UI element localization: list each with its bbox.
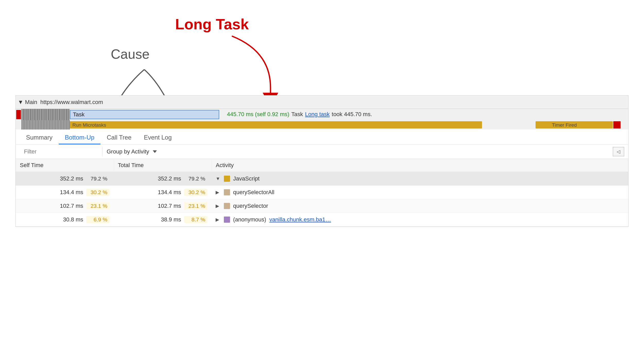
- table-row[interactable]: 134.4 ms30.2 %134.4 ms30.2 % ▶ querySele…: [16, 186, 628, 199]
- cell-activity: ▶ (anonymous) vanilla.chunk.esm.ba1…: [211, 213, 628, 227]
- activity-link[interactable]: vanilla.chunk.esm.ba1…: [269, 216, 331, 223]
- th-activity: Activity: [211, 159, 628, 172]
- task-time: 445.70 ms (self 0.92 ms): [227, 111, 289, 118]
- total-pct-badge: 8.7 %: [184, 216, 207, 223]
- timeline-stripes-2: [21, 120, 70, 130]
- devtools-panel: ▼ Main https://www.walmart.com Task 445.…: [15, 95, 629, 227]
- total-time-value: 38.9 ms: [150, 216, 181, 223]
- total-time-value: 102.7 ms: [150, 203, 181, 209]
- total-time-value: 352.2 ms: [150, 175, 181, 182]
- timer-fired-text: Timer Fired: [552, 122, 577, 128]
- tab-call-tree[interactable]: Call Tree: [100, 131, 138, 144]
- activity-name: querySelectorAll: [233, 189, 274, 196]
- long-task-link[interactable]: Long task: [305, 111, 329, 118]
- activity-name: (anonymous): [233, 216, 266, 223]
- self-pct-badge: 6.9 %: [86, 216, 109, 223]
- timeline-main-bar: ▼ Main https://www.walmart.com: [16, 96, 628, 109]
- cell-total-time: 134.4 ms30.2 %: [114, 186, 211, 199]
- activity-name: JavaScript: [233, 175, 260, 182]
- red-strip: [613, 121, 621, 128]
- activity-swatch: [224, 189, 230, 195]
- task-block[interactable]: Task: [70, 110, 219, 119]
- timeline-url: https://www.walmart.com: [40, 99, 103, 106]
- task-desc: Task: [291, 111, 303, 118]
- task-row: Task 445.70 ms (self 0.92 ms) Task Long …: [16, 109, 628, 120]
- total-pct-badge: 79.2 %: [184, 175, 207, 182]
- activity-swatch: [224, 176, 230, 182]
- timeline-stripes: [21, 109, 70, 120]
- cell-activity: ▶ querySelectorAll: [211, 186, 628, 199]
- table-row[interactable]: 352.2 ms79.2 %352.2 ms79.2 % ▼ JavaScrip…: [16, 172, 628, 186]
- activity-name: querySelector: [233, 203, 268, 209]
- self-time-value: 134.4 ms: [52, 189, 83, 196]
- self-time-value: 352.2 ms: [52, 175, 83, 182]
- filter-input[interactable]: [20, 147, 102, 157]
- yellow-bar-row: Run Microtasks Timer Fired: [16, 120, 628, 130]
- activity-swatch: [224, 217, 230, 223]
- total-pct-badge: 30.2 %: [184, 189, 207, 196]
- cell-total-time: 102.7 ms23.1 %: [114, 199, 211, 213]
- expand-icon[interactable]: ▶: [216, 189, 221, 195]
- self-time-value: 102.7 ms: [52, 203, 83, 209]
- yellow-segment-main: [70, 121, 482, 128]
- cell-self-time: 134.4 ms30.2 %: [16, 186, 114, 199]
- table-row[interactable]: 102.7 ms23.1 %102.7 ms23.1 % ▶ querySele…: [16, 199, 628, 213]
- expand-icon[interactable]: ▶: [216, 203, 221, 209]
- task-took: took 445.70 ms.: [332, 111, 372, 118]
- self-time-value: 30.8 ms: [52, 216, 83, 223]
- expand-icon[interactable]: ▶: [216, 217, 221, 222]
- collapse-button[interactable]: ◁: [613, 147, 624, 156]
- run-minor-text: Run Microtasks: [72, 122, 106, 128]
- table-header: Self Time Total Time Activity: [16, 159, 628, 172]
- data-table: Self Time Total Time Activity 352.2 ms79…: [16, 159, 628, 227]
- table-row[interactable]: 30.8 ms6.9 %38.9 ms8.7 % ▶ (anonymous) v…: [16, 213, 628, 227]
- cell-self-time: 102.7 ms23.1 %: [16, 199, 114, 213]
- tabs-bar: Summary Bottom-Up Call Tree Event Log: [16, 130, 628, 144]
- cell-total-time: 38.9 ms8.7 %: [114, 213, 211, 227]
- th-total-time: Total Time: [114, 159, 211, 172]
- table-body: 352.2 ms79.2 %352.2 ms79.2 % ▼ JavaScrip…: [16, 172, 628, 227]
- left-flag: [16, 110, 21, 119]
- group-by-arrow-icon: [153, 150, 157, 153]
- timeline-main-label: ▼ Main: [18, 99, 37, 106]
- self-pct-badge: 23.1 %: [86, 202, 109, 210]
- activity-swatch: [224, 203, 230, 209]
- tab-summary[interactable]: Summary: [20, 131, 59, 144]
- tab-bottom-up[interactable]: Bottom-Up: [59, 131, 101, 144]
- expand-icon[interactable]: ▼: [216, 176, 221, 182]
- self-pct-badge: 30.2 %: [86, 189, 109, 196]
- cause-annotation: Cause: [111, 46, 149, 62]
- total-pct-badge: 23.1 %: [184, 202, 207, 210]
- total-time-value: 134.4 ms: [150, 189, 181, 196]
- task-info: 445.70 ms (self 0.92 ms) Task Long task …: [227, 111, 372, 118]
- cell-total-time: 352.2 ms79.2 %: [114, 172, 211, 186]
- cell-activity: ▶ querySelector: [211, 199, 628, 213]
- self-pct-badge: 79.2 %: [86, 175, 109, 182]
- toolbar: Group by Activity ◁: [16, 144, 628, 159]
- tab-event-log[interactable]: Event Log: [138, 131, 178, 144]
- th-self-time: Self Time: [16, 159, 114, 172]
- cell-self-time: 352.2 ms79.2 %: [16, 172, 114, 186]
- long-task-annotation: Long Task: [175, 15, 249, 33]
- group-by-select[interactable]: Group by Activity: [103, 147, 161, 157]
- cell-self-time: 30.8 ms6.9 %: [16, 213, 114, 227]
- cell-activity: ▼ JavaScript: [211, 172, 628, 186]
